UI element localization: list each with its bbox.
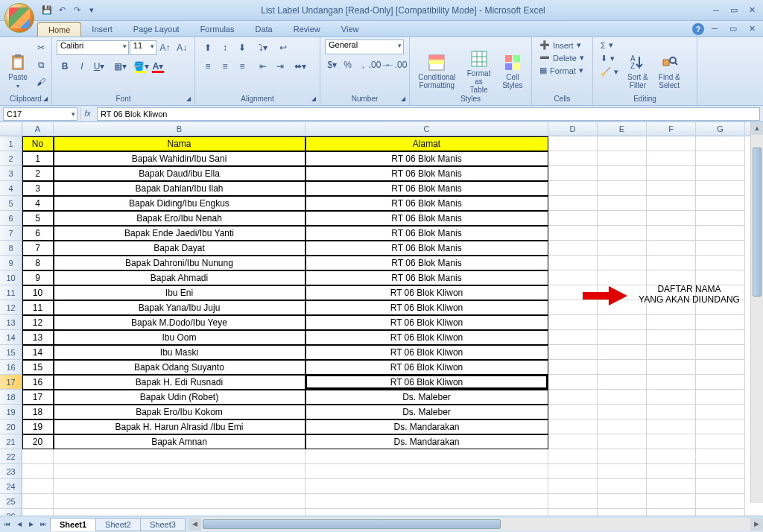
italic-button[interactable]: I: [74, 58, 90, 75]
cell[interactable]: [647, 360, 696, 375]
cell[interactable]: [548, 405, 598, 419]
ribbon-tab-review[interactable]: Review: [283, 22, 331, 37]
cell[interactable]: [696, 256, 745, 270]
row-header[interactable]: 13: [0, 315, 22, 330]
ribbon-tab-data[interactable]: Data: [244, 22, 282, 37]
sheet-tab-sheet3[interactable]: Sheet3: [140, 518, 186, 531]
cell[interactable]: [548, 449, 598, 464]
row-header[interactable]: 9: [0, 256, 22, 270]
restore-button[interactable]: ▭: [726, 4, 742, 17]
cut-icon[interactable]: ✂: [33, 39, 49, 56]
fx-icon[interactable]: fx: [80, 107, 94, 121]
cell[interactable]: [696, 270, 745, 285]
office-button[interactable]: [4, 3, 34, 33]
cell[interactable]: 16: [22, 375, 54, 390]
cell[interactable]: RT 06 Blok Manis: [305, 196, 548, 211]
sheet-tab-sheet1[interactable]: Sheet1: [50, 518, 96, 531]
accounting-format-icon[interactable]: $▾: [325, 57, 340, 73]
cell[interactable]: [22, 464, 54, 479]
cell[interactable]: [598, 151, 647, 166]
cell[interactable]: [54, 464, 305, 479]
row-header[interactable]: 16: [0, 360, 22, 375]
cell[interactable]: [598, 434, 647, 449]
sheet-tab-sheet2[interactable]: Sheet2: [95, 518, 141, 531]
cell[interactable]: [696, 181, 745, 196]
cell[interactable]: 13: [22, 330, 54, 345]
cell[interactable]: 8: [22, 256, 54, 270]
cell[interactable]: [22, 494, 54, 509]
cell[interactable]: [598, 390, 647, 405]
cell[interactable]: Bapak Ero/Ibu Kokom: [54, 405, 305, 419]
cell[interactable]: [696, 151, 745, 166]
bold-button[interactable]: B: [57, 58, 73, 75]
number-launcher[interactable]: ◢: [399, 95, 407, 103]
cell[interactable]: [696, 315, 745, 330]
cell[interactable]: Ds. Maleber: [305, 390, 548, 405]
cell[interactable]: [598, 419, 647, 434]
cell[interactable]: RT 06 Blok Manis: [305, 270, 548, 285]
cell[interactable]: 11: [22, 300, 54, 315]
cell[interactable]: 14: [22, 345, 54, 360]
format-painter-icon[interactable]: 🖌: [33, 74, 49, 90]
cell[interactable]: [305, 479, 548, 494]
cell[interactable]: [548, 390, 598, 405]
scroll-up-icon[interactable]: ▲: [751, 122, 763, 135]
scroll-left-icon[interactable]: ◀: [189, 518, 201, 531]
cell[interactable]: [548, 360, 598, 375]
row-header[interactable]: 4: [0, 181, 22, 196]
cell[interactable]: [647, 464, 696, 479]
row-header[interactable]: 26: [0, 509, 22, 516]
cell[interactable]: [647, 494, 696, 509]
cell[interactable]: [696, 405, 745, 419]
row-header[interactable]: 3: [0, 166, 22, 181]
row-header[interactable]: 5: [0, 196, 22, 211]
cell[interactable]: [598, 405, 647, 419]
cell[interactable]: [696, 166, 745, 181]
cell[interactable]: [548, 330, 598, 345]
row-header[interactable]: 6: [0, 211, 22, 226]
cell[interactable]: 3: [22, 181, 54, 196]
ribbon-tab-formulas[interactable]: Formulas: [190, 22, 245, 37]
formula-input[interactable]: RT 06 Blok Kliwon: [97, 107, 760, 121]
cell[interactable]: [696, 375, 745, 390]
cell[interactable]: [305, 449, 548, 464]
clear-button[interactable]: 🧹▾: [598, 66, 621, 77]
cell[interactable]: [696, 509, 745, 516]
cell[interactable]: 15: [22, 360, 54, 375]
cell[interactable]: [548, 345, 598, 360]
row-header[interactable]: 11: [0, 285, 22, 300]
cell[interactable]: [647, 241, 696, 256]
cell[interactable]: [696, 136, 745, 151]
decrease-decimal-icon[interactable]: ←.00: [388, 57, 405, 73]
row-header[interactable]: 15: [0, 345, 22, 360]
cell[interactable]: [548, 136, 598, 151]
insert-cells-button[interactable]: ➕Insert ▾: [536, 39, 588, 51]
cell[interactable]: [598, 360, 647, 375]
horizontal-scrollbar[interactable]: ◀ ▶: [189, 518, 763, 531]
cell[interactable]: Bapak Diding/Ibu Engkus: [54, 196, 305, 211]
scrollbar-thumb[interactable]: [753, 148, 762, 297]
ribbon-tab-view[interactable]: View: [331, 22, 370, 37]
cell[interactable]: RT 06 Blok Kliwon: [305, 360, 548, 375]
cell[interactable]: 7: [22, 241, 54, 256]
cell[interactable]: [548, 434, 598, 449]
cell[interactable]: Bapak Dayat: [54, 241, 305, 256]
sheet-nav-last-icon[interactable]: ⏭: [37, 519, 49, 531]
cell[interactable]: [598, 136, 647, 151]
cell[interactable]: [598, 256, 647, 270]
cell[interactable]: [647, 181, 696, 196]
cell[interactable]: [598, 494, 647, 509]
cell[interactable]: Ibu Eni: [54, 285, 305, 300]
align-top-icon[interactable]: ⬆: [200, 39, 216, 56]
column-header-C[interactable]: C: [305, 122, 548, 136]
orientation-icon[interactable]: ⤵▾: [255, 39, 271, 56]
cell[interactable]: [598, 181, 647, 196]
cell[interactable]: [548, 479, 598, 494]
select-all-button[interactable]: [0, 122, 22, 136]
column-header-B[interactable]: B: [54, 122, 305, 136]
cell[interactable]: [22, 509, 54, 516]
cell[interactable]: Alamat: [305, 136, 548, 151]
align-left-icon[interactable]: ≡: [200, 58, 216, 75]
cell[interactable]: [548, 494, 598, 509]
cell[interactable]: [647, 330, 696, 345]
